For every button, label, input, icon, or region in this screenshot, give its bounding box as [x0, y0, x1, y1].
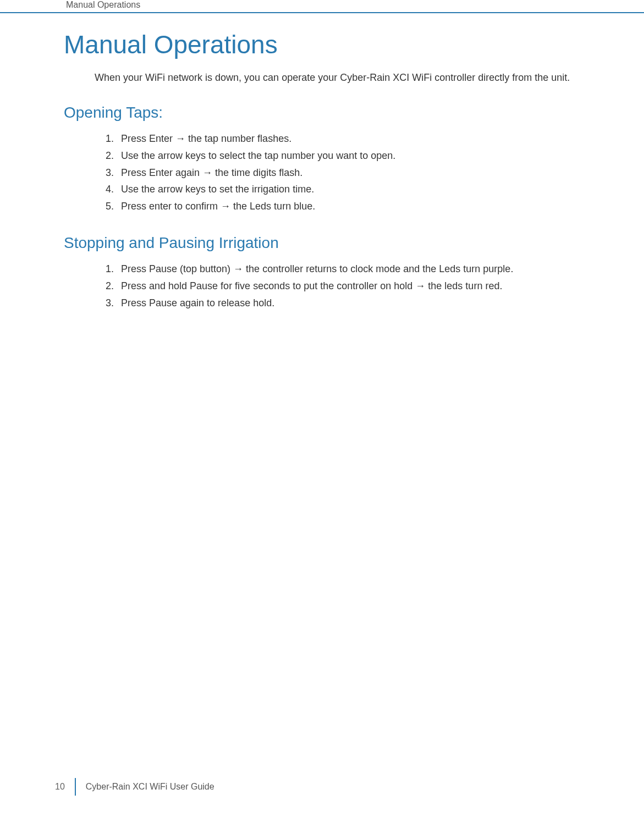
list-item: Press Enter → the tap number flashes. [117, 130, 618, 147]
list-item: Press Pause (top button) → the controlle… [117, 261, 618, 278]
list-item: Use the arrow keys to select the tap num… [117, 147, 618, 164]
section-heading-stopping-pausing: Stopping and Pausing Irrigation [64, 234, 618, 252]
page-title: Manual Operations [64, 30, 618, 59]
list-item: Press enter to confirm → the Leds turn b… [117, 198, 618, 215]
page-footer: 10 Cyber-Rain XCI WiFi User Guide [55, 778, 214, 796]
page-number: 10 [55, 778, 76, 796]
intro-paragraph: When your WiFi network is down, you can … [95, 71, 618, 84]
footer-guide-title: Cyber-Rain XCI WiFi User Guide [76, 782, 214, 792]
section-heading-opening-taps: Opening Taps: [64, 104, 618, 122]
list-item: Press Pause again to release hold. [117, 295, 618, 312]
page-content: Manual Operations When your WiFi network… [0, 13, 644, 311]
stopping-pausing-steps: Press Pause (top button) → the controlle… [117, 261, 618, 311]
list-item: Use the arrow keys to set the irrigation… [117, 181, 618, 198]
list-item: Press Enter again → the time digits flas… [117, 164, 618, 181]
running-header-title: Manual Operations [66, 0, 140, 10]
list-item: Press and hold Pause for five seconds to… [117, 278, 618, 295]
opening-taps-steps: Press Enter → the tap number flashes. Us… [117, 130, 618, 214]
